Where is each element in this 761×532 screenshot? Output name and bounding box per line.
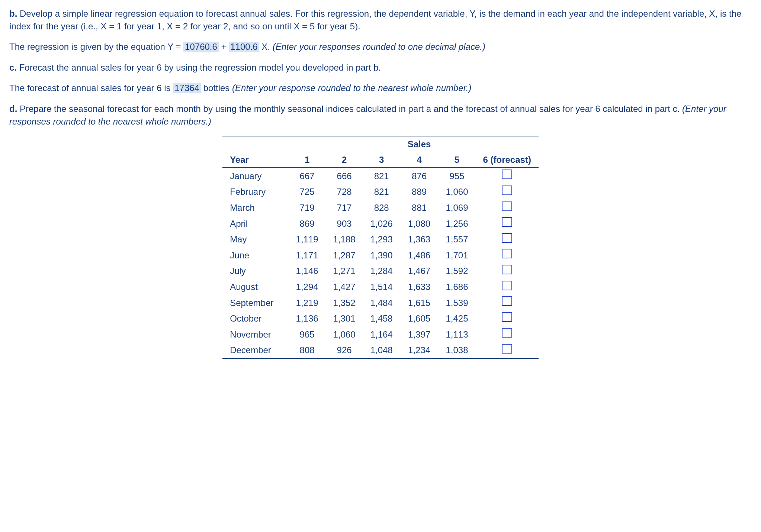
cell-value: 1,069 (438, 200, 475, 216)
cell-value: 1,113 (438, 326, 475, 342)
cell-value: 725 (289, 184, 326, 200)
table-row: April8699031,0261,0801,256 (222, 216, 539, 232)
month-label: June (222, 247, 288, 263)
forecast-cell (476, 200, 539, 216)
forecast-input[interactable] (502, 296, 512, 306)
cell-value: 1,026 (363, 216, 400, 232)
forecast-value: 17364 (173, 83, 201, 93)
forecast-input[interactable] (502, 265, 512, 274)
label-c: c. (9, 62, 17, 72)
sales-table: Sales Year 123456 (forecast) January6676… (222, 136, 539, 359)
cell-value: 1,048 (363, 342, 400, 359)
cell-value: 808 (289, 342, 326, 359)
forecast-cell (476, 216, 539, 232)
cell-value: 926 (326, 342, 363, 359)
forecast-input[interactable] (502, 201, 512, 211)
cell-value: 1,256 (438, 216, 475, 232)
cell-value: 667 (289, 168, 326, 184)
cell-value: 1,301 (326, 311, 363, 327)
sales-header: Sales (400, 136, 439, 152)
forecast-input[interactable] (502, 249, 512, 258)
forecast-instructions: (Enter your response rounded to the near… (232, 83, 471, 93)
month-label: May (222, 232, 288, 248)
cell-value: 881 (400, 200, 439, 216)
forecast-cell (476, 326, 539, 342)
forecast-input[interactable] (502, 312, 512, 322)
forecast-input[interactable] (502, 186, 512, 195)
forecast-cell (476, 342, 539, 359)
cell-value: 1,363 (400, 232, 439, 248)
table-row: December8089261,0481,2341,038 (222, 342, 539, 359)
forecast-cell (476, 263, 539, 279)
forecast-cell (476, 184, 539, 200)
table-row: August1,2941,4271,5141,6331,686 (222, 279, 539, 295)
forecast-prefix: The forecast of annual sales for year 6 … (9, 83, 173, 93)
forecast-cell (476, 279, 539, 295)
cell-value: 1,486 (400, 247, 439, 263)
cell-value: 1,164 (363, 326, 400, 342)
cell-value: 1,397 (400, 326, 439, 342)
cell-value: 1,219 (289, 295, 326, 311)
forecast-cell (476, 247, 539, 263)
cell-value: 1,136 (289, 311, 326, 327)
cell-value: 1,060 (326, 326, 363, 342)
table-row: June1,1711,2871,3901,4861,701 (222, 247, 539, 263)
cell-value: 1,038 (438, 342, 475, 359)
table-row: October1,1361,3011,4581,6051,425 (222, 311, 539, 327)
cell-value: 1,146 (289, 263, 326, 279)
cell-value: 1,188 (326, 232, 363, 248)
forecast-suffix: bottles (201, 83, 232, 93)
month-label: April (222, 216, 288, 232)
text-c: Forecast the annual sales for year 6 by … (17, 62, 381, 72)
cell-value: 1,234 (400, 342, 439, 359)
cell-value: 1,557 (438, 232, 475, 248)
forecast-input[interactable] (502, 281, 512, 290)
month-label: March (222, 200, 288, 216)
table-row: September1,2191,3521,4841,6151,539 (222, 295, 539, 311)
col-header-4: 4 (400, 152, 439, 168)
forecast-cell (476, 311, 539, 327)
table-row: March7197178288811,069 (222, 200, 539, 216)
cell-value: 965 (289, 326, 326, 342)
forecast-input[interactable] (502, 217, 512, 227)
col-header-1: 1 (289, 152, 326, 168)
cell-value: 1,633 (400, 279, 439, 295)
cell-value: 1,592 (438, 263, 475, 279)
reg-slope: 1100.6 (229, 42, 259, 52)
cell-value: 728 (326, 184, 363, 200)
table-row: November9651,0601,1641,3971,113 (222, 326, 539, 342)
cell-value: 821 (363, 184, 400, 200)
col-header-6: 6 (forecast) (476, 152, 539, 168)
cell-value: 1,514 (363, 279, 400, 295)
cell-value: 717 (326, 200, 363, 216)
cell-value: 821 (363, 168, 400, 184)
label-d: d. (9, 104, 17, 114)
forecast-input[interactable] (502, 233, 512, 243)
paragraph-regression: The regression is given by the equation … (9, 41, 752, 53)
cell-value: 1,294 (289, 279, 326, 295)
cell-value: 1,271 (326, 263, 363, 279)
cell-value: 1,605 (400, 311, 439, 327)
cell-value: 719 (289, 200, 326, 216)
month-label: January (222, 168, 288, 184)
col-header-5: 5 (438, 152, 475, 168)
text-d: Prepare the seasonal forecast for each m… (17, 104, 682, 114)
cell-value: 1,352 (326, 295, 363, 311)
table-row: July1,1461,2711,2841,4671,592 (222, 263, 539, 279)
table-row: January667666821876955 (222, 168, 539, 184)
reg-plus: + (219, 42, 229, 52)
forecast-cell (476, 168, 539, 184)
cell-value: 1,427 (326, 279, 363, 295)
cell-value: 1,293 (363, 232, 400, 248)
cell-value: 889 (400, 184, 439, 200)
forecast-cell (476, 295, 539, 311)
forecast-input[interactable] (502, 344, 512, 354)
cell-value: 828 (363, 200, 400, 216)
forecast-input[interactable] (502, 328, 512, 338)
month-label: August (222, 279, 288, 295)
cell-value: 1,080 (400, 216, 439, 232)
cell-value: 955 (438, 168, 475, 184)
cell-value: 1,484 (363, 295, 400, 311)
col-header-3: 3 (363, 152, 400, 168)
forecast-input[interactable] (502, 170, 512, 179)
